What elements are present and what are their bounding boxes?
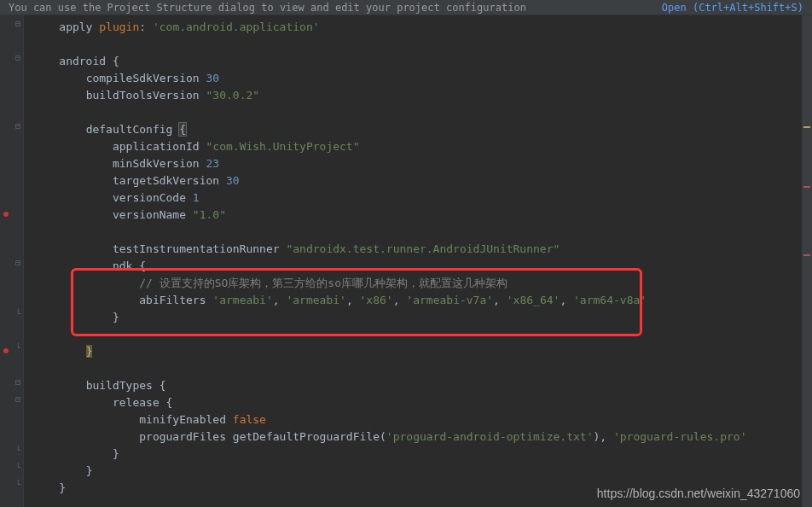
code-line[interactable]: testInstrumentationRunner "androidx.test… bbox=[32, 241, 812, 258]
fold-end-icon[interactable]: └ bbox=[15, 463, 20, 472]
code-line[interactable]: applicationId "com.Wish.UnityProject" bbox=[32, 138, 812, 155]
fold-end-icon[interactable]: └ bbox=[15, 309, 20, 318]
fold-collapse-icon[interactable]: ⊟ bbox=[15, 53, 20, 62]
notification-bar: You can use the Project Structure dialog… bbox=[0, 0, 812, 15]
code-line[interactable]: // 设置支持的SO库架构，第三方给的so库哪几种架构，就配置这几种架构 bbox=[32, 275, 812, 292]
code-line[interactable]: versionCode 1 bbox=[32, 189, 812, 207]
code-line[interactable] bbox=[32, 104, 812, 121]
code-line[interactable]: } bbox=[32, 343, 812, 360]
code-line[interactable]: release { bbox=[32, 394, 812, 411]
code-line[interactable]: apply plugin: 'com.android.application' bbox=[32, 19, 812, 36]
code-line[interactable] bbox=[32, 326, 812, 343]
editor-container: ⊟⊟⊟⊟└└⊟⊟└└└ apply plugin: 'com.android.a… bbox=[0, 15, 812, 507]
scroll-marker bbox=[803, 254, 810, 256]
error-marker-icon[interactable] bbox=[3, 348, 9, 353]
watermark: https://blog.csdn.net/weixin_43271060 bbox=[597, 487, 800, 500]
error-marker-icon[interactable] bbox=[3, 212, 9, 217]
code-line[interactable]: android { bbox=[32, 53, 812, 70]
code-line[interactable]: minSdkVersion 23 bbox=[32, 155, 812, 172]
code-line[interactable]: ndk { bbox=[32, 258, 812, 275]
scroll-marker bbox=[803, 126, 810, 128]
notification-text: You can use the Project Structure dialog… bbox=[9, 2, 526, 14]
code-line[interactable]: } bbox=[32, 446, 812, 463]
code-line[interactable]: } bbox=[32, 309, 812, 326]
code-line[interactable] bbox=[32, 36, 812, 53]
fold-collapse-icon[interactable]: ⊟ bbox=[15, 258, 20, 267]
gutter[interactable]: ⊟⊟⊟⊟└└⊟⊟└└└ bbox=[0, 15, 24, 507]
open-link[interactable]: Open (Ctrl+Alt+Shift+S) bbox=[662, 2, 803, 14]
fold-end-icon[interactable]: └ bbox=[15, 446, 20, 455]
code-area[interactable]: apply plugin: 'com.android.application' … bbox=[24, 15, 812, 507]
fold-end-icon[interactable]: └ bbox=[15, 480, 20, 489]
code-line[interactable]: buildToolsVersion "30.0.2" bbox=[32, 87, 812, 104]
code-line[interactable]: targetSdkVersion 30 bbox=[32, 172, 812, 189]
code-line[interactable] bbox=[32, 224, 812, 241]
fold-collapse-icon[interactable]: ⊟ bbox=[15, 377, 20, 387]
code-line[interactable]: abiFilters 'armeabi', 'armeabi', 'x86', … bbox=[32, 292, 812, 309]
code-line[interactable]: compileSdkVersion 30 bbox=[32, 70, 812, 87]
fold-collapse-icon[interactable]: ⊟ bbox=[15, 19, 20, 28]
fold-collapse-icon[interactable]: ⊟ bbox=[15, 121, 20, 131]
scroll-marker bbox=[803, 186, 810, 188]
code-line[interactable]: defaultConfig { bbox=[32, 121, 812, 138]
scrollbar-track[interactable] bbox=[802, 15, 812, 507]
code-line[interactable]: buildTypes { bbox=[32, 377, 812, 394]
code-line[interactable]: versionName "1.0" bbox=[32, 207, 812, 224]
fold-end-icon[interactable]: └ bbox=[15, 343, 20, 353]
code-line[interactable] bbox=[32, 360, 812, 377]
fold-collapse-icon[interactable]: ⊟ bbox=[15, 394, 20, 404]
code-line[interactable]: } bbox=[32, 463, 812, 480]
code-line[interactable]: minifyEnabled false bbox=[32, 411, 812, 428]
code-line[interactable]: proguardFiles getDefaultProguardFile('pr… bbox=[32, 428, 812, 446]
